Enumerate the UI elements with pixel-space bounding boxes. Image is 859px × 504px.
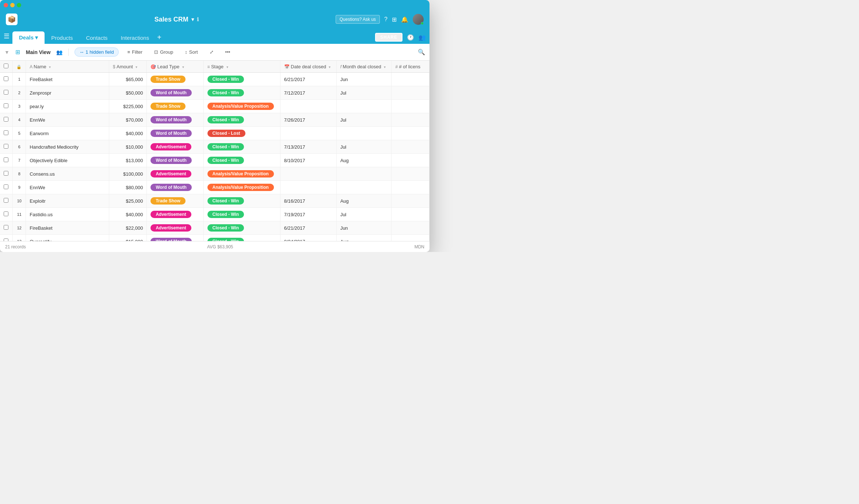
th-date-sort[interactable]: ▾ [329,65,331,69]
row-name[interactable]: EnnWe [26,181,109,194]
filter-button[interactable]: ≡ Filter [125,48,145,56]
row-lead-type[interactable]: Word of Mouth [147,181,203,194]
th-check[interactable] [0,61,13,73]
row-checkbox[interactable] [4,184,8,189]
row-name[interactable]: pear.ly [26,100,109,113]
row-name[interactable]: Zenprospr [26,86,109,100]
hamburger-icon[interactable]: ☰ [4,32,9,40]
table-row[interactable]: 3 pear.ly $225,000 Trade Show Analysis/V… [0,100,430,113]
tab-interactions[interactable]: Interactions [114,32,156,44]
table-row[interactable]: 12 FireBasket $22,000 Advertisement Clos… [0,221,430,235]
search-icon[interactable]: 🔍 [418,49,425,55]
row-checkbox[interactable] [4,117,8,122]
th-licenses[interactable]: # # of licens [392,61,430,73]
row-stage[interactable]: Closed - Win [203,113,280,127]
expand-button[interactable]: ⤢ [207,48,217,56]
table-row[interactable]: 2 Zenprospr $50,000 Word of Mouth Closed… [0,86,430,100]
row-check[interactable] [0,194,13,208]
table-row[interactable]: 6 Handcrafted Mediocrity $10,000 Adverti… [0,140,430,154]
maximize-button[interactable] [17,3,21,7]
row-name[interactable]: Exploitr [26,194,109,208]
tab-deals[interactable]: Deals ▾ [12,31,45,44]
row-checkbox[interactable] [4,238,8,241]
sort-button[interactable]: ↕ Sort [182,48,201,56]
title-dropdown-arrow[interactable]: ▾ [191,16,194,22]
row-stage[interactable]: Closed - Win [203,194,280,208]
row-checkbox[interactable] [4,171,8,176]
row-check[interactable] [0,181,13,194]
row-lead-type[interactable]: Advertisement [147,221,203,235]
th-month-sort[interactable]: ▾ [384,65,386,69]
th-name-sort[interactable]: ▾ [49,65,51,69]
row-stage[interactable]: Closed - Win [203,86,280,100]
row-stage[interactable]: Analysis/Value Proposition [203,100,280,113]
th-month-closed[interactable]: f Month deal closed ▾ [336,61,392,73]
th-amount[interactable]: $ Amount ▾ [109,61,146,73]
row-checkbox[interactable] [4,144,8,149]
row-stage[interactable]: Analysis/Value Proposition [203,181,280,194]
grid-view-icon[interactable]: ⊞ [15,49,20,56]
row-name[interactable]: FireBasket [26,221,109,235]
th-lead-sort[interactable]: ▾ [182,65,184,69]
bell-icon[interactable]: 🔔 [401,16,408,23]
row-lead-type[interactable]: Advertisement [147,208,203,221]
row-lead-type[interactable]: Word of Mouth [147,113,203,127]
row-name[interactable]: EnnWe [26,113,109,127]
table-row[interactable]: 5 Earworm $40,000 Word of Mouth Closed -… [0,127,430,140]
row-lead-type[interactable]: Trade Show [147,73,203,86]
row-name[interactable]: Objectively Edible [26,154,109,167]
row-check[interactable] [0,86,13,100]
table-row[interactable]: 10 Exploitr $25,000 Trade Show Closed - … [0,194,430,208]
history-icon[interactable]: 🕐 [407,34,414,41]
table-row[interactable]: 8 Consens.us $100,000 Advertisement Anal… [0,167,430,181]
table-row[interactable]: 4 EnnWe $70,000 Word of Mouth Closed - W… [0,113,430,127]
row-lead-type[interactable]: Trade Show [147,194,203,208]
row-stage[interactable]: Closed - Lost [203,127,280,140]
row-check[interactable] [0,73,13,86]
row-check[interactable] [0,208,13,221]
row-stage[interactable]: Analysis/Value Proposition [203,167,280,181]
row-checkbox[interactable] [4,225,8,230]
row-check[interactable] [0,154,13,167]
row-checkbox[interactable] [4,211,8,216]
th-date-closed[interactable]: 📅 Date deal closed ▾ [280,61,336,73]
row-lead-type[interactable]: Word of Mouth [147,154,203,167]
row-checkbox[interactable] [4,76,8,81]
row-check[interactable] [0,113,13,127]
row-lead-type[interactable]: Advertisement [147,167,203,181]
row-checkbox[interactable] [4,198,8,203]
row-lead-type[interactable]: Trade Show [147,100,203,113]
row-check[interactable] [0,127,13,140]
group-button[interactable]: ⊡ Group [151,48,176,56]
row-stage[interactable]: Closed - Win [203,140,280,154]
row-check[interactable] [0,100,13,113]
row-lead-type[interactable]: Word of Mouth [147,127,203,140]
view-label[interactable]: Main View [26,49,50,55]
th-stage-sort[interactable]: ▾ [226,65,228,69]
help-icon[interactable]: ? [384,16,387,23]
avatar[interactable] [413,14,424,25]
row-lead-type[interactable]: Word of Mouth [147,86,203,100]
row-checkbox[interactable] [4,157,8,162]
more-button[interactable]: ••• [222,48,233,56]
minimize-button[interactable] [10,3,15,7]
table-row[interactable]: 1 FireBasket $65,000 Trade Show Closed -… [0,73,430,86]
close-button[interactable] [4,3,8,7]
people-icon[interactable]: 👥 [419,34,426,41]
ask-us-button[interactable]: Questions? Ask us [336,15,380,24]
collapse-icon[interactable]: ▼ [4,49,9,55]
table-row[interactable]: 9 EnnWe $80,000 Word of Mouth Analysis/V… [0,181,430,194]
row-lead-type[interactable]: Word of Mouth [147,235,203,241]
row-lead-type[interactable]: Advertisement [147,140,203,154]
row-stage[interactable]: Closed - Win [203,235,280,241]
row-checkbox[interactable] [4,103,8,108]
th-stage[interactable]: ≡ Stage ▾ [203,61,280,73]
row-name[interactable]: Consens.us [26,167,109,181]
row-stage[interactable]: Closed - Win [203,221,280,235]
th-amount-sort[interactable]: ▾ [135,65,137,69]
th-name[interactable]: A Name ▾ [26,61,109,73]
table-container[interactable]: 🔒 A Name ▾ $ Amount ▾ 🎯 Lead Type [0,61,430,241]
share-button[interactable]: SHARE [375,33,402,42]
table-row[interactable]: 13 Overeatify $15,000 Word of Mouth Clos… [0,235,430,241]
table-row[interactable]: 11 Fastidio.us $40,000 Advertisement Clo… [0,208,430,221]
